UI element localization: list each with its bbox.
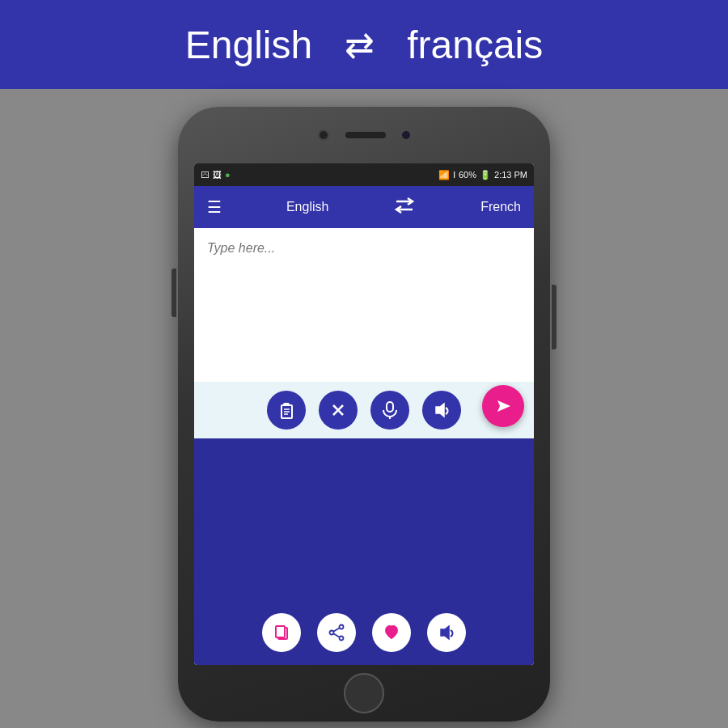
svg-rect-11 — [276, 626, 285, 637]
banner-source-lang[interactable]: English — [185, 23, 312, 67]
status-bar-right: 📶 Ⅰ 60% 🔋 2:13 PM — [438, 170, 527, 180]
status-bar-left: ⮹ 🖼 ● — [201, 170, 231, 180]
output-area — [194, 438, 534, 665]
svg-marker-17 — [441, 626, 449, 639]
phone-shell: ⮹ 🖼 ● 📶 Ⅰ 60% 🔋 2:13 PM ☰ Englis — [178, 107, 550, 722]
phone-bottom — [344, 665, 384, 722]
front-camera-sensor — [318, 129, 329, 141]
svg-marker-8 — [436, 404, 444, 417]
favorite-button[interactable] — [372, 613, 411, 652]
phone-speaker — [345, 132, 386, 138]
home-button[interactable] — [344, 673, 384, 713]
signal-icon: Ⅰ — [453, 170, 455, 180]
status-bar: ⮹ 🖼 ● 📶 Ⅰ 60% 🔋 2:13 PM — [194, 163, 534, 186]
speaker-output-button[interactable] — [427, 613, 466, 652]
svg-point-13 — [340, 637, 344, 641]
front-camera-lens — [402, 131, 410, 139]
text-input[interactable] — [194, 228, 534, 382]
clipboard-button[interactable] — [267, 391, 306, 430]
input-action-buttons — [194, 382, 534, 438]
svg-rect-6 — [387, 402, 393, 412]
input-area — [194, 228, 534, 438]
svg-marker-9 — [497, 400, 510, 412]
svg-line-15 — [333, 628, 340, 632]
copy-output-button[interactable] — [262, 613, 301, 652]
usb-icon: ⮹ — [201, 170, 210, 180]
top-banner: English ⇄ français — [0, 0, 728, 89]
volume-button[interactable] — [171, 269, 176, 317]
mic-button[interactable] — [370, 391, 409, 430]
app-bar-target-lang[interactable]: French — [480, 200, 521, 214]
clock: 2:13 PM — [494, 170, 527, 180]
circle-green-icon: ● — [225, 170, 231, 180]
clear-button[interactable] — [319, 391, 358, 430]
app-bar-swap-icon[interactable] — [393, 197, 416, 218]
app-bar: ☰ English French — [194, 186, 534, 228]
wifi-icon: 📶 — [438, 170, 450, 180]
power-button[interactable] — [552, 285, 557, 349]
share-button[interactable] — [317, 613, 356, 652]
phone-screen: ⮹ 🖼 ● 📶 Ⅰ 60% 🔋 2:13 PM ☰ Englis — [194, 163, 534, 665]
battery-icon: 🔋 — [480, 170, 491, 180]
banner-swap-icon[interactable]: ⇄ — [345, 24, 375, 66]
image-icon: 🖼 — [213, 170, 222, 180]
svg-point-12 — [340, 625, 344, 629]
svg-line-16 — [333, 633, 340, 637]
output-action-buttons — [262, 613, 466, 652]
speaker-input-button[interactable] — [422, 391, 461, 430]
background-area: ⮹ 🖼 ● 📶 Ⅰ 60% 🔋 2:13 PM ☰ Englis — [0, 89, 728, 728]
banner-target-lang[interactable]: français — [407, 23, 543, 67]
phone-device: ⮹ 🖼 ● 📶 Ⅰ 60% 🔋 2:13 PM ☰ Englis — [178, 107, 550, 722]
app-bar-source-lang[interactable]: English — [286, 200, 328, 214]
svg-point-14 — [330, 631, 334, 635]
battery-percent: 60% — [459, 170, 476, 180]
send-translate-button[interactable] — [482, 385, 524, 427]
phone-top — [178, 107, 550, 163]
menu-button[interactable]: ☰ — [207, 197, 222, 217]
